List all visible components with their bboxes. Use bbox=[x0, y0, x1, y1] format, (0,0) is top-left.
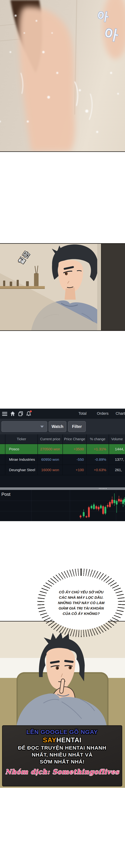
ad-brand-suffix: HENTAI bbox=[56, 736, 82, 744]
speech-bubble: CÔ ẤY CHỦ YẾU SỞ HỮU CÁC NHÀ MÁY LỌC DẦU… bbox=[37, 568, 125, 637]
pages-icon[interactable] bbox=[18, 411, 23, 416]
ad-line-5: SỚM NHẤT NHÁ! bbox=[40, 759, 85, 765]
bubble-line: CÔ ẤY CHỦ YẾU SỞ HỮU bbox=[59, 589, 103, 595]
col-pct: % change bbox=[86, 434, 109, 444]
translator-ad-overlay: LÊN GOOGLE GÕ NGAY SAYHENTAI ĐỂ ĐỌC TRUY… bbox=[2, 725, 122, 786]
app-topbar: Total Orders Chart bbox=[0, 409, 125, 419]
panel-man-thinking: LÊN GOOGLE GÕ NGAY SAYHENTAI ĐỂ ĐỌC TRUY… bbox=[0, 621, 125, 788]
translator-credit: Nhóm dịch: Somethingoflives bbox=[5, 768, 119, 776]
shelf-figurine bbox=[3, 281, 5, 286]
bubble-line: CỦA CÔ ẤY KHÔNG? bbox=[63, 611, 100, 616]
notification-dot bbox=[30, 410, 32, 412]
stock-table: Ticker Current price Price Change % chan… bbox=[0, 434, 125, 475]
webtoon-page: 아 아 힐끔 bbox=[0, 0, 125, 868]
watch-button[interactable]: Watch bbox=[49, 421, 66, 432]
monitor-back bbox=[101, 244, 125, 330]
ad-line-3: ĐỂ ĐỌC TRUYỆN HENTAI NHANH bbox=[18, 745, 106, 751]
monitor-edge-highlight bbox=[97, 244, 101, 330]
col-price: Current price bbox=[37, 434, 62, 444]
splitter-grip-dots[interactable] bbox=[99, 488, 106, 489]
home-icon[interactable] bbox=[10, 411, 15, 416]
shelf-figurine bbox=[10, 282, 12, 286]
shelf-vase bbox=[34, 273, 38, 286]
tab-orders[interactable]: Orders bbox=[97, 411, 108, 416]
tab-total[interactable]: Total bbox=[79, 411, 87, 416]
col-flag bbox=[0, 434, 5, 444]
table-row-deunghae[interactable]: Deunghae Steel 16000 won +100 +0.63% 261… bbox=[0, 465, 125, 475]
panel-shower-scene: 아 아 bbox=[0, 0, 125, 152]
figure-abstract-blur bbox=[19, 7, 75, 151]
tab-chart[interactable]: Chart bbox=[116, 411, 125, 416]
table-row-posco[interactable]: Posco 270500 won +3500 +1.31% 1444, bbox=[0, 444, 125, 455]
col-change: Price Change bbox=[62, 434, 86, 444]
watchlist-dropdown[interactable] bbox=[1, 421, 47, 432]
man-thinking-art bbox=[0, 621, 125, 726]
candlestick-chart: Post bbox=[0, 490, 125, 521]
shelf-figurine bbox=[26, 281, 29, 286]
col-volume: Volume bbox=[109, 434, 125, 444]
ad-line-4: NHẤT, NHIỀU NHẤT VÀ bbox=[32, 752, 93, 758]
stock-app-screenshot: Total Orders Chart Watch Filter Ticker C… bbox=[0, 408, 125, 521]
ad-brand-prefix: SAY bbox=[43, 736, 56, 744]
col-ticker: Ticker bbox=[5, 434, 37, 444]
bubble-line: CÁC NHÀ MÁY LỌC DẦU. bbox=[59, 595, 103, 600]
filter-button[interactable]: Filter bbox=[68, 421, 86, 432]
menu-icon[interactable] bbox=[2, 411, 7, 416]
bell-icon[interactable] bbox=[26, 411, 31, 416]
shelf bbox=[0, 286, 45, 288]
ad-line-1: LÊN GOOGLE GÕ NGAY bbox=[26, 728, 98, 735]
table-row-mirae[interactable]: Mirae Industries 60950 won -550 -0.89% 1… bbox=[0, 455, 125, 465]
bubble-body: CÔ ẤY CHỦ YẾU SỞ HỮU CÁC NHÀ MÁY LỌC DẦU… bbox=[44, 576, 118, 630]
table-header-row: Ticker Current price Price Change % chan… bbox=[0, 434, 125, 444]
shelf-figurine bbox=[17, 280, 19, 286]
chevron-down-icon bbox=[40, 426, 44, 428]
bubble-line: GIẢM GIÁ TRỊ TÀI KHOẢN bbox=[59, 606, 104, 611]
ad-brand: SAYHENTAI bbox=[43, 736, 82, 744]
bubble-line: NHỮNG THỨ NÀY CÓ LÀM bbox=[58, 600, 104, 606]
sfx-moan-1: 아 bbox=[96, 8, 110, 24]
app-toolbar: Watch Filter bbox=[0, 419, 125, 434]
panel-man-glance: 힐끔 bbox=[0, 243, 125, 331]
post-label[interactable]: Post bbox=[1, 492, 10, 497]
